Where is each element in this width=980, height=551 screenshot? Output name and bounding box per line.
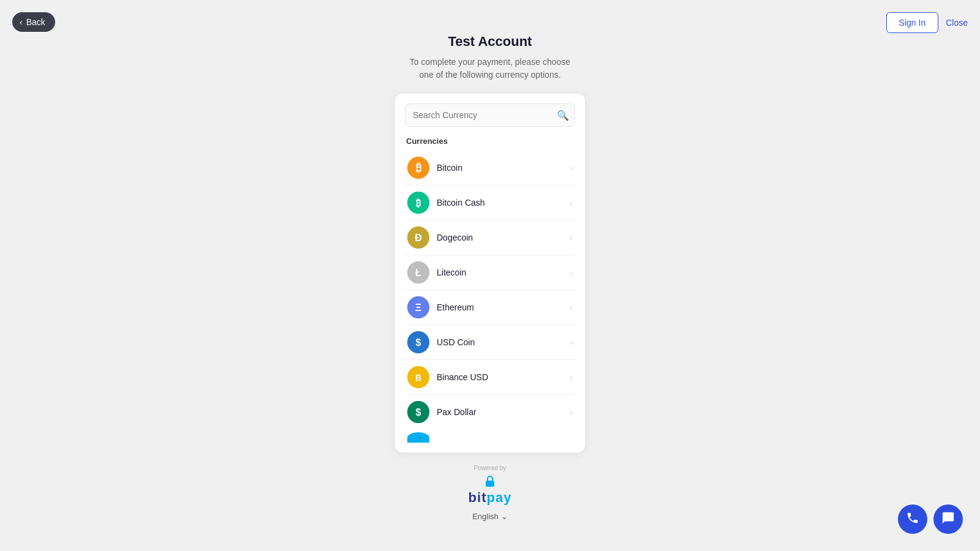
- bitcoin-cash-chevron: ›: [570, 198, 573, 208]
- binance-usd-name: Binance USD: [437, 372, 570, 382]
- currency-item-btc[interactable]: ₿ Bitcoin ›: [405, 151, 575, 186]
- bitpay-lock-icon: [481, 473, 499, 490]
- pax-dollar-name: Pax Dollar: [437, 407, 570, 417]
- bitpay-brand-text: bitpay: [469, 490, 512, 506]
- chat-icon: [941, 511, 955, 528]
- binance-usd-chevron: ›: [570, 373, 573, 382]
- header-buttons: Sign In Close: [886, 12, 968, 33]
- page-subtitle: To complete your payment, please choose …: [410, 56, 570, 81]
- search-icon: 🔍: [557, 110, 569, 121]
- binance-usd-icon: B: [407, 366, 429, 388]
- back-chevron-icon: ‹: [20, 17, 23, 27]
- currency-item-usdc[interactable]: $ USD Coin ›: [405, 325, 575, 360]
- svg-text:Ł: Ł: [415, 268, 421, 278]
- ethereum-name: Ethereum: [437, 302, 570, 312]
- powered-by-label: Powered by: [474, 465, 507, 471]
- currencies-label: Currencies: [405, 137, 575, 146]
- dogecoin-icon: Ð: [407, 227, 429, 249]
- currency-item-pax[interactable]: $ Pax Dollar ›: [405, 395, 575, 429]
- language-label: English: [472, 512, 499, 521]
- currency-item-ltc[interactable]: Ł Litecoin ›: [405, 255, 575, 290]
- pax-dollar-icon: $: [407, 401, 429, 423]
- svg-text:Ξ: Ξ: [415, 302, 421, 313]
- search-container: 🔍: [405, 103, 575, 127]
- language-selector[interactable]: English ⌄: [472, 512, 508, 521]
- svg-text:$: $: [416, 407, 421, 418]
- sign-in-button[interactable]: Sign In: [886, 12, 939, 33]
- usd-coin-chevron: ›: [570, 338, 573, 347]
- currency-item-busd[interactable]: B Binance USD ›: [405, 360, 575, 395]
- currency-card: 🔍 Currencies ₿ Bitcoin ›: [395, 94, 585, 452]
- phone-button[interactable]: [898, 504, 927, 534]
- litecoin-chevron: ›: [570, 268, 573, 277]
- svg-text:₿: ₿: [416, 198, 421, 208]
- bitcoin-icon: ₿: [407, 157, 429, 179]
- back-label: Back: [26, 17, 45, 27]
- usd-coin-name: USD Coin: [437, 337, 570, 347]
- currency-item-partial: [405, 429, 575, 443]
- currency-item-eth[interactable]: Ξ Ethereum ›: [405, 290, 575, 325]
- currency-item-doge[interactable]: Ð Dogecoin ›: [405, 220, 575, 255]
- ethereum-chevron: ›: [570, 303, 573, 312]
- bitcoin-name: Bitcoin: [437, 163, 570, 173]
- chat-button[interactable]: [933, 504, 963, 534]
- svg-text:Ð: Ð: [415, 233, 422, 243]
- currency-item-bch[interactable]: ₿ Bitcoin Cash ›: [405, 186, 575, 220]
- svg-text:₿: ₿: [416, 162, 421, 174]
- currency-list: ₿ Bitcoin › ₿ Bitcoin Cash ›: [405, 151, 575, 429]
- page-title: Test Account: [448, 34, 532, 50]
- litecoin-name: Litecoin: [437, 268, 570, 277]
- svg-text:$: $: [416, 337, 421, 348]
- back-button[interactable]: ‹ Back: [12, 12, 55, 32]
- dogecoin-chevron: ›: [570, 233, 573, 242]
- ethereum-icon: Ξ: [407, 296, 429, 318]
- bitpay-logo: Powered by bitpay: [469, 465, 512, 506]
- search-input[interactable]: [405, 103, 575, 127]
- pax-dollar-chevron: ›: [570, 408, 573, 417]
- dogecoin-name: Dogecoin: [437, 233, 570, 242]
- litecoin-icon: Ł: [407, 261, 429, 283]
- bitcoin-cash-icon: ₿: [407, 192, 429, 214]
- usd-coin-icon: $: [407, 331, 429, 353]
- bitcoin-chevron: ›: [570, 163, 573, 173]
- language-chevron-icon: ⌄: [501, 512, 508, 521]
- close-button[interactable]: Close: [946, 18, 968, 28]
- bottom-right-buttons: [898, 504, 963, 534]
- svg-text:B: B: [415, 373, 421, 383]
- footer: Powered by bitpay English ⌄: [469, 465, 512, 521]
- partial-icon: [407, 432, 429, 443]
- main-content: Test Account To complete your payment, p…: [0, 0, 980, 521]
- bitcoin-cash-name: Bitcoin Cash: [437, 198, 570, 208]
- phone-icon: [906, 511, 919, 528]
- svg-rect-16: [486, 481, 494, 487]
